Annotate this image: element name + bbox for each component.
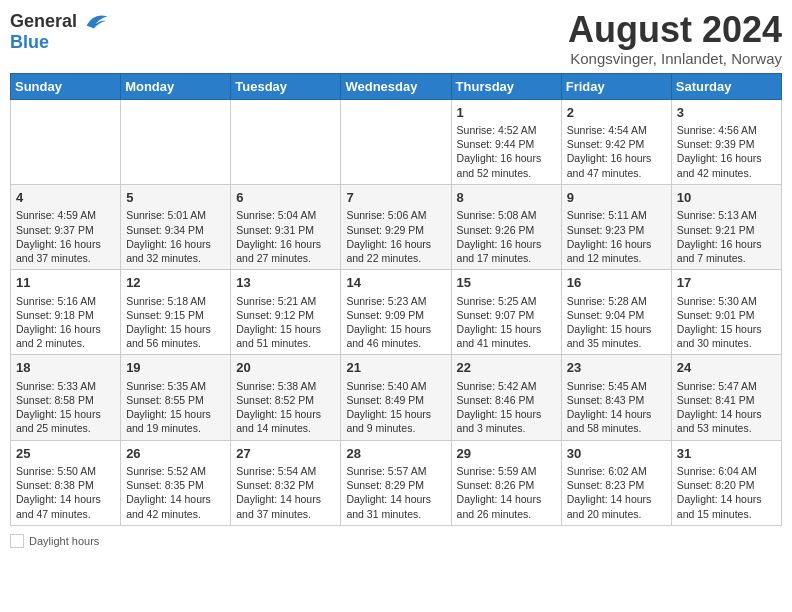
header: General Blue August 2024 Kongsvinger, In… (10, 10, 782, 67)
day-number: 24 (677, 359, 776, 377)
calendar-cell: 23Sunrise: 5:45 AM Sunset: 8:43 PM Dayli… (561, 355, 671, 440)
day-number: 8 (457, 189, 556, 207)
day-number: 16 (567, 274, 666, 292)
day-info: Sunrise: 5:30 AM Sunset: 9:01 PM Dayligh… (677, 294, 776, 351)
calendar-header-wednesday: Wednesday (341, 73, 451, 99)
calendar-header-sunday: Sunday (11, 73, 121, 99)
calendar-cell: 22Sunrise: 5:42 AM Sunset: 8:46 PM Dayli… (451, 355, 561, 440)
footer: Daylight hours (10, 534, 782, 548)
day-number: 13 (236, 274, 335, 292)
logo-bird-icon (79, 10, 109, 32)
logo-general-text: General (10, 11, 77, 32)
calendar-header-saturday: Saturday (671, 73, 781, 99)
day-info: Sunrise: 4:59 AM Sunset: 9:37 PM Dayligh… (16, 208, 115, 265)
day-info: Sunrise: 5:50 AM Sunset: 8:38 PM Dayligh… (16, 464, 115, 521)
day-number: 28 (346, 445, 445, 463)
calendar-cell: 1Sunrise: 4:52 AM Sunset: 9:44 PM Daylig… (451, 99, 561, 184)
day-number: 11 (16, 274, 115, 292)
calendar-cell (231, 99, 341, 184)
calendar-cell (341, 99, 451, 184)
calendar-week-2: 4Sunrise: 4:59 AM Sunset: 9:37 PM Daylig… (11, 184, 782, 269)
month-title: August 2024 (568, 10, 782, 50)
logo-blue-text: Blue (10, 32, 49, 53)
day-info: Sunrise: 5:25 AM Sunset: 9:07 PM Dayligh… (457, 294, 556, 351)
day-info: Sunrise: 5:40 AM Sunset: 8:49 PM Dayligh… (346, 379, 445, 436)
calendar-cell: 9Sunrise: 5:11 AM Sunset: 9:23 PM Daylig… (561, 184, 671, 269)
day-info: Sunrise: 5:23 AM Sunset: 9:09 PM Dayligh… (346, 294, 445, 351)
day-number: 7 (346, 189, 445, 207)
day-number: 15 (457, 274, 556, 292)
calendar-cell: 2Sunrise: 4:54 AM Sunset: 9:42 PM Daylig… (561, 99, 671, 184)
day-number: 10 (677, 189, 776, 207)
daylight-box (10, 534, 24, 548)
calendar-cell: 3Sunrise: 4:56 AM Sunset: 9:39 PM Daylig… (671, 99, 781, 184)
calendar-header-monday: Monday (121, 73, 231, 99)
day-info: Sunrise: 5:13 AM Sunset: 9:21 PM Dayligh… (677, 208, 776, 265)
day-info: Sunrise: 5:54 AM Sunset: 8:32 PM Dayligh… (236, 464, 335, 521)
day-info: Sunrise: 5:04 AM Sunset: 9:31 PM Dayligh… (236, 208, 335, 265)
day-number: 25 (16, 445, 115, 463)
calendar-cell: 7Sunrise: 5:06 AM Sunset: 9:29 PM Daylig… (341, 184, 451, 269)
day-info: Sunrise: 5:33 AM Sunset: 8:58 PM Dayligh… (16, 379, 115, 436)
calendar-header-thursday: Thursday (451, 73, 561, 99)
day-info: Sunrise: 5:06 AM Sunset: 9:29 PM Dayligh… (346, 208, 445, 265)
day-info: Sunrise: 5:16 AM Sunset: 9:18 PM Dayligh… (16, 294, 115, 351)
calendar-cell: 15Sunrise: 5:25 AM Sunset: 9:07 PM Dayli… (451, 270, 561, 355)
calendar-header-row: SundayMondayTuesdayWednesdayThursdayFrid… (11, 73, 782, 99)
logo: General Blue (10, 10, 109, 53)
calendar-cell: 21Sunrise: 5:40 AM Sunset: 8:49 PM Dayli… (341, 355, 451, 440)
calendar-cell: 26Sunrise: 5:52 AM Sunset: 8:35 PM Dayli… (121, 440, 231, 525)
calendar-cell: 19Sunrise: 5:35 AM Sunset: 8:55 PM Dayli… (121, 355, 231, 440)
day-info: Sunrise: 5:38 AM Sunset: 8:52 PM Dayligh… (236, 379, 335, 436)
day-number: 23 (567, 359, 666, 377)
calendar-week-5: 25Sunrise: 5:50 AM Sunset: 8:38 PM Dayli… (11, 440, 782, 525)
day-info: Sunrise: 5:28 AM Sunset: 9:04 PM Dayligh… (567, 294, 666, 351)
day-number: 2 (567, 104, 666, 122)
day-info: Sunrise: 4:54 AM Sunset: 9:42 PM Dayligh… (567, 123, 666, 180)
calendar-cell: 24Sunrise: 5:47 AM Sunset: 8:41 PM Dayli… (671, 355, 781, 440)
calendar-cell: 28Sunrise: 5:57 AM Sunset: 8:29 PM Dayli… (341, 440, 451, 525)
calendar-cell: 4Sunrise: 4:59 AM Sunset: 9:37 PM Daylig… (11, 184, 121, 269)
day-info: Sunrise: 5:45 AM Sunset: 8:43 PM Dayligh… (567, 379, 666, 436)
day-number: 27 (236, 445, 335, 463)
day-number: 12 (126, 274, 225, 292)
calendar-week-3: 11Sunrise: 5:16 AM Sunset: 9:18 PM Dayli… (11, 270, 782, 355)
day-number: 3 (677, 104, 776, 122)
day-number: 18 (16, 359, 115, 377)
calendar-cell: 12Sunrise: 5:18 AM Sunset: 9:15 PM Dayli… (121, 270, 231, 355)
calendar-cell: 25Sunrise: 5:50 AM Sunset: 8:38 PM Dayli… (11, 440, 121, 525)
day-info: Sunrise: 5:47 AM Sunset: 8:41 PM Dayligh… (677, 379, 776, 436)
calendar-cell: 17Sunrise: 5:30 AM Sunset: 9:01 PM Dayli… (671, 270, 781, 355)
calendar-cell: 16Sunrise: 5:28 AM Sunset: 9:04 PM Dayli… (561, 270, 671, 355)
day-info: Sunrise: 5:01 AM Sunset: 9:34 PM Dayligh… (126, 208, 225, 265)
day-info: Sunrise: 5:18 AM Sunset: 9:15 PM Dayligh… (126, 294, 225, 351)
calendar-cell (11, 99, 121, 184)
calendar-week-4: 18Sunrise: 5:33 AM Sunset: 8:58 PM Dayli… (11, 355, 782, 440)
day-number: 22 (457, 359, 556, 377)
day-number: 29 (457, 445, 556, 463)
day-number: 6 (236, 189, 335, 207)
day-info: Sunrise: 4:52 AM Sunset: 9:44 PM Dayligh… (457, 123, 556, 180)
calendar-header-friday: Friday (561, 73, 671, 99)
calendar-cell: 5Sunrise: 5:01 AM Sunset: 9:34 PM Daylig… (121, 184, 231, 269)
day-info: Sunrise: 5:35 AM Sunset: 8:55 PM Dayligh… (126, 379, 225, 436)
day-number: 20 (236, 359, 335, 377)
calendar-cell: 6Sunrise: 5:04 AM Sunset: 9:31 PM Daylig… (231, 184, 341, 269)
day-number: 19 (126, 359, 225, 377)
day-number: 31 (677, 445, 776, 463)
title-area: August 2024 Kongsvinger, Innlandet, Norw… (568, 10, 782, 67)
day-number: 26 (126, 445, 225, 463)
calendar-cell: 13Sunrise: 5:21 AM Sunset: 9:12 PM Dayli… (231, 270, 341, 355)
day-number: 17 (677, 274, 776, 292)
calendar-cell: 20Sunrise: 5:38 AM Sunset: 8:52 PM Dayli… (231, 355, 341, 440)
daylight-label: Daylight hours (29, 535, 99, 547)
day-info: Sunrise: 5:52 AM Sunset: 8:35 PM Dayligh… (126, 464, 225, 521)
calendar-cell: 30Sunrise: 6:02 AM Sunset: 8:23 PM Dayli… (561, 440, 671, 525)
day-number: 4 (16, 189, 115, 207)
day-number: 5 (126, 189, 225, 207)
calendar-cell: 29Sunrise: 5:59 AM Sunset: 8:26 PM Dayli… (451, 440, 561, 525)
calendar-cell: 14Sunrise: 5:23 AM Sunset: 9:09 PM Dayli… (341, 270, 451, 355)
calendar-table: SundayMondayTuesdayWednesdayThursdayFrid… (10, 73, 782, 526)
day-number: 14 (346, 274, 445, 292)
day-number: 30 (567, 445, 666, 463)
